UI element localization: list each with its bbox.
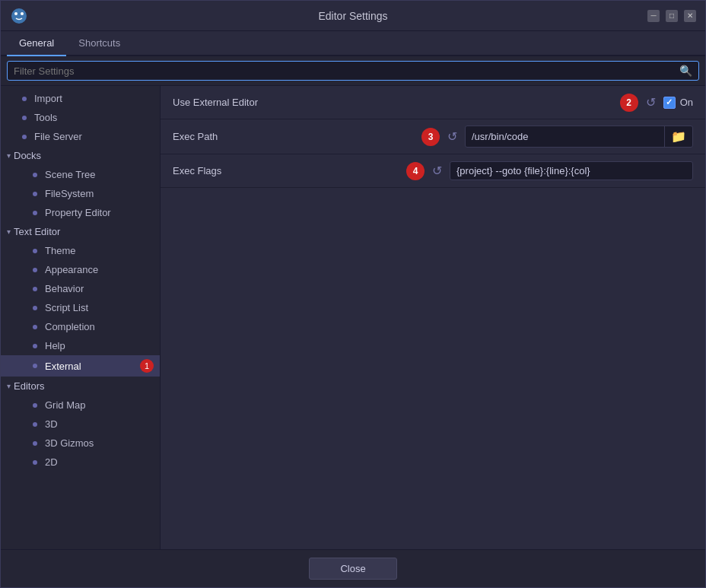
svg-point-0 [11, 8, 27, 24]
step-badge-4: 4 [406, 162, 425, 180]
sidebar-label-tools: Tools [34, 112, 57, 123]
tab-bar: General Shortcuts [1, 31, 705, 56]
sidebar-label-behavior: Behavior [45, 283, 84, 294]
settings-controls-2: 3 ↺ 📁 [421, 126, 693, 148]
sidebar-group-editors-label: Editors [14, 380, 44, 392]
sidebar-label-help: Help [45, 340, 65, 351]
settings-row-use-external-editor: Use External Editor 2 ↺ On [161, 86, 705, 119]
chevron-down-icon: ▾ [7, 151, 11, 160]
sidebar-group-text-editor-label: Text Editor [14, 226, 60, 237]
folder-browse-button[interactable]: 📁 [664, 126, 692, 147]
sidebar-item-script-list[interactable]: Script List [1, 298, 160, 317]
sidebar-item-scene-tree[interactable]: Scene Tree [1, 165, 160, 184]
use-external-editor-checkbox[interactable] [663, 97, 676, 109]
sidebar-label-scene-tree: Scene Tree [45, 169, 96, 180]
dot-icon [22, 116, 27, 120]
sidebar-label-grid-map: Grid Map [45, 399, 85, 411]
dot-icon [33, 325, 37, 329]
exec-flags-input[interactable] [450, 161, 693, 180]
sidebar-label-completion: Completion [45, 321, 95, 332]
exec-path-label: Exec Path [173, 131, 421, 142]
minimize-button[interactable]: ─ [647, 10, 660, 22]
sidebar-item-filesystem[interactable]: FileSystem [1, 184, 160, 203]
maximize-button[interactable]: □ [666, 10, 678, 22]
sidebar: Import Tools File Server ▾ Docks Scene T… [1, 86, 161, 549]
sidebar-item-grid-map[interactable]: Grid Map [1, 396, 160, 415]
title-bar: Editor Settings ─ □ ✕ [1, 1, 705, 31]
filter-input[interactable] [14, 65, 679, 77]
sidebar-group-docks[interactable]: ▾ Docks [1, 146, 160, 165]
window-controls: ─ □ ✕ [647, 10, 696, 22]
use-external-editor-label: Use External Editor [173, 97, 620, 108]
sidebar-item-import[interactable]: Import [1, 89, 160, 108]
sidebar-label-2d: 2D [45, 456, 58, 468]
dot-icon [33, 287, 37, 291]
chevron-down-icon: ▾ [7, 227, 11, 236]
dot-icon [33, 192, 37, 196]
close-window-button[interactable]: ✕ [684, 10, 696, 22]
dot-icon [22, 97, 27, 101]
toggle-wrap: On [663, 97, 693, 109]
dot-icon [33, 364, 37, 368]
sidebar-label-theme: Theme [45, 245, 75, 256]
sidebar-item-theme[interactable]: Theme [1, 241, 160, 260]
main-panel: Use External Editor 2 ↺ On Exec Path 3 ↺ [161, 86, 705, 549]
dot-icon [33, 211, 37, 215]
sidebar-group-editors[interactable]: ▾ Editors [1, 377, 160, 396]
reset-button-3[interactable]: ↺ [431, 162, 444, 180]
dot-icon [33, 441, 37, 446]
dot-icon [33, 344, 37, 348]
window-title: Editor Settings [318, 10, 387, 22]
dot-icon [33, 173, 37, 177]
chevron-down-icon: ▾ [7, 382, 11, 390]
sidebar-item-tools[interactable]: Tools [1, 108, 160, 127]
sidebar-label-script-list: Script List [45, 302, 88, 313]
svg-point-1 [14, 12, 17, 15]
search-icon: 🔍 [679, 65, 692, 77]
tab-general[interactable]: General [7, 31, 66, 56]
dot-icon [22, 135, 27, 139]
exec-flags-label: Exec Flags [173, 165, 406, 176]
external-badge: 1 [140, 359, 154, 373]
exec-path-input-wrap: 📁 [465, 126, 693, 148]
sidebar-label-filesystem: FileSystem [45, 188, 94, 199]
sidebar-item-behavior[interactable]: Behavior [1, 279, 160, 298]
filter-input-wrap: 🔍 [7, 61, 699, 81]
dot-icon [33, 403, 37, 408]
step-badge-2: 2 [620, 94, 638, 112]
settings-controls-1: 2 ↺ On [620, 94, 693, 112]
sidebar-label-fileserver: File Server [34, 131, 82, 142]
dot-icon [33, 249, 37, 253]
step-badge-3: 3 [421, 128, 440, 146]
sidebar-label-appearance: Appearance [45, 264, 98, 275]
sidebar-item-3d[interactable]: 3D [1, 415, 160, 434]
sidebar-item-appearance[interactable]: Appearance [1, 260, 160, 279]
exec-path-input[interactable] [466, 128, 664, 145]
bottom-bar: Close [1, 549, 705, 587]
settings-row-exec-path: Exec Path 3 ↺ 📁 [161, 119, 705, 154]
sidebar-label-3d: 3D [45, 418, 58, 430]
tab-shortcuts[interactable]: Shortcuts [66, 31, 132, 56]
sidebar-label-import: Import [34, 93, 62, 104]
dot-icon [33, 306, 37, 310]
sidebar-item-fileserver[interactable]: File Server [1, 127, 160, 146]
content-area: Import Tools File Server ▾ Docks Scene T… [1, 86, 705, 549]
reset-button-1[interactable]: ↺ [644, 94, 657, 111]
sidebar-item-3d-gizmos[interactable]: 3D Gizmos [1, 434, 160, 453]
reset-button-2[interactable]: ↺ [446, 128, 459, 145]
sidebar-item-external[interactable]: External 1 [1, 355, 160, 377]
sidebar-item-help[interactable]: Help [1, 336, 160, 355]
sidebar-item-2d[interactable]: 2D [1, 453, 160, 472]
sidebar-item-completion[interactable]: Completion [1, 317, 160, 336]
sidebar-group-docks-label: Docks [14, 150, 41, 161]
close-button[interactable]: Close [309, 558, 396, 580]
sidebar-item-property-editor[interactable]: Property Editor [1, 203, 160, 222]
sidebar-group-text-editor[interactable]: ▾ Text Editor [1, 222, 160, 241]
dot-icon [33, 268, 37, 272]
sidebar-label-property-editor: Property Editor [45, 207, 111, 218]
main-window: Editor Settings ─ □ ✕ General Shortcuts … [0, 0, 706, 588]
app-logo [10, 7, 28, 25]
sidebar-label-3d-gizmos: 3D Gizmos [45, 437, 94, 449]
sidebar-label-external: External [45, 361, 81, 372]
dot-icon [33, 460, 37, 465]
